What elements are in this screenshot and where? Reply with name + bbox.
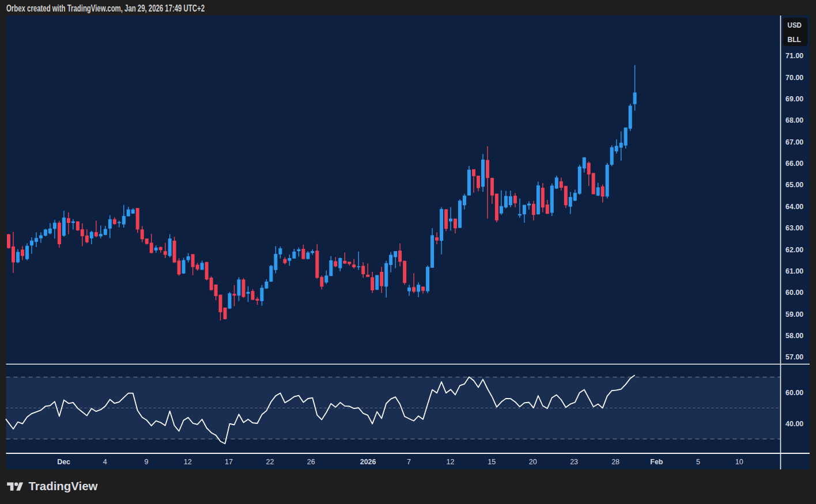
svg-text:12: 12: [184, 458, 192, 466]
svg-text:5: 5: [696, 458, 700, 466]
svg-text:60.00: 60.00: [785, 389, 803, 397]
svg-text:7: 7: [407, 458, 411, 466]
svg-text:65.00: 65.00: [785, 181, 803, 189]
svg-text:BLL: BLL: [788, 36, 802, 44]
svg-text:60.00: 60.00: [785, 289, 803, 297]
svg-text:TradingView: TradingView: [29, 480, 98, 492]
svg-text:57.00: 57.00: [785, 353, 803, 361]
svg-text:58.00: 58.00: [785, 332, 803, 340]
svg-text:66.00: 66.00: [785, 160, 803, 168]
svg-text:71.00: 71.00: [785, 52, 803, 60]
svg-text:Orbex created with TradingView: Orbex created with TradingView.com, Jan …: [6, 3, 205, 14]
svg-text:28: 28: [611, 458, 619, 466]
svg-text:10: 10: [735, 458, 743, 466]
svg-text:63.00: 63.00: [785, 224, 803, 232]
svg-text:20: 20: [529, 458, 537, 466]
svg-text:9: 9: [145, 458, 149, 466]
svg-text:69.00: 69.00: [785, 95, 803, 103]
svg-text:4: 4: [103, 458, 107, 466]
svg-text:Feb: Feb: [650, 458, 663, 466]
svg-text:Dec: Dec: [57, 458, 70, 466]
svg-text:68.00: 68.00: [785, 116, 803, 124]
svg-text:70.00: 70.00: [785, 74, 803, 82]
svg-text:61.00: 61.00: [785, 267, 803, 275]
svg-text:USD: USD: [788, 21, 802, 29]
svg-text:40.00: 40.00: [785, 420, 803, 428]
svg-text:15: 15: [488, 458, 496, 466]
svg-text:64.00: 64.00: [785, 203, 803, 211]
svg-text:22: 22: [266, 458, 274, 466]
svg-text:59.00: 59.00: [785, 310, 803, 319]
svg-text:23: 23: [570, 458, 578, 466]
svg-text:67.00: 67.00: [785, 138, 803, 146]
svg-text:2026: 2026: [360, 458, 376, 466]
svg-text:62.00: 62.00: [785, 246, 803, 254]
svg-text:17: 17: [225, 458, 233, 466]
svg-text:12: 12: [446, 458, 454, 466]
svg-text:26: 26: [307, 458, 315, 466]
